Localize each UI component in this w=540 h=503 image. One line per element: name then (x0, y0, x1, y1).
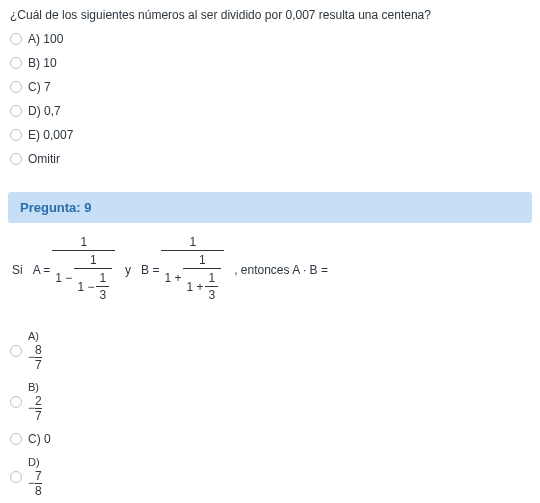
q8-option-b[interactable]: B) 10 (10, 56, 530, 70)
neg-frac: − 2 7 (28, 395, 42, 422)
frac-a-outer: 1 1 − 1 1 − 1 3 (52, 235, 115, 304)
minus-sign: − (28, 351, 35, 364)
numerator: 2 (35, 395, 42, 408)
radio-icon[interactable] (10, 81, 22, 93)
radio-icon[interactable] (10, 33, 22, 45)
radio-icon[interactable] (10, 433, 22, 445)
fraction: 7 8 (35, 470, 42, 497)
option-label: Omitir (28, 152, 60, 166)
option-label: E) 0,007 (28, 128, 73, 142)
num: 1 (77, 235, 90, 250)
question-8-text: ¿Cuál de los siguientes números al ser d… (10, 8, 530, 22)
den: 1 − 1 1 − 1 3 (52, 251, 115, 304)
q8-option-d[interactable]: D) 0,7 (10, 104, 530, 118)
denominator: 7 (35, 409, 42, 422)
one-plus: 1 + (186, 281, 203, 293)
fraction: 8 7 (35, 344, 42, 371)
q9-option-b[interactable]: B) − 2 7 (10, 381, 530, 422)
option-content: D) − 7 8 (28, 456, 42, 497)
q9-option-d[interactable]: D) − 7 8 (10, 456, 530, 497)
radio-icon[interactable] (10, 57, 22, 69)
question-9-stem: Si A = 1 1 − 1 1 − 1 3 (0, 229, 540, 312)
question-9-options: A) − 8 7 B) − 2 7 (0, 312, 540, 503)
q8-option-c[interactable]: C) 7 (10, 80, 530, 94)
frac-b-outer: 1 1 + 1 1 + 1 3 (161, 235, 224, 304)
fraction: 2 7 (35, 395, 42, 422)
num: 1 (96, 271, 109, 286)
radio-icon[interactable] (10, 396, 22, 408)
stem-entonces: , entonces A · B = (234, 263, 328, 277)
den: 3 (96, 287, 109, 302)
option-letter: D) (28, 456, 40, 468)
neg-frac: − 7 8 (28, 470, 42, 497)
den: 1 + 1 3 (183, 269, 221, 303)
option-label: C) 0 (28, 432, 51, 446)
minus-sign: − (28, 402, 35, 415)
frac-a-mid: 1 1 − 1 3 (74, 253, 112, 303)
num: 1 (205, 271, 218, 286)
num: 1 (196, 253, 209, 268)
frac-a-inner: 1 3 (96, 271, 109, 302)
den: 3 (205, 287, 218, 302)
frac-b-mid: 1 1 + 1 3 (183, 253, 221, 303)
expr-b: B = 1 1 + 1 1 + 1 3 (141, 235, 224, 304)
radio-icon[interactable] (10, 153, 22, 165)
radio-icon[interactable] (10, 105, 22, 117)
radio-icon[interactable] (10, 471, 22, 483)
minus-sign: − (28, 477, 35, 490)
den: 1 + 1 1 + 1 3 (161, 251, 224, 304)
radio-icon[interactable] (10, 129, 22, 141)
a-eq: A = (33, 263, 51, 277)
frac-b-inner: 1 3 (205, 271, 218, 302)
q8-option-a[interactable]: A) 100 (10, 32, 530, 46)
denominator: 8 (35, 484, 42, 497)
option-letter: A) (28, 330, 39, 342)
option-label: C) 7 (28, 80, 51, 94)
radio-icon[interactable] (10, 345, 22, 357)
q8-option-skip[interactable]: Omitir (10, 152, 530, 166)
option-label: B) 10 (28, 56, 57, 70)
option-label: D) 0,7 (28, 104, 61, 118)
one-minus: 1 − (55, 272, 72, 284)
stem-si: Si (12, 263, 23, 277)
expr-a: A = 1 1 − 1 1 − 1 3 (33, 235, 115, 304)
option-content: B) − 2 7 (28, 381, 42, 422)
option-content: A) − 8 7 (28, 330, 42, 371)
q9-option-c[interactable]: C) 0 (10, 432, 530, 446)
numerator: 8 (35, 344, 42, 357)
neg-frac: − 8 7 (28, 344, 42, 371)
q9-option-a[interactable]: A) − 8 7 (10, 330, 530, 371)
num: 1 (87, 253, 100, 268)
question-9-header: Pregunta: 9 (8, 192, 532, 223)
one-minus: 1 − (77, 281, 94, 293)
numerator: 7 (35, 470, 42, 483)
num: 1 (186, 235, 199, 250)
denominator: 7 (35, 358, 42, 371)
one-plus: 1 + (164, 272, 181, 284)
option-label: A) 100 (28, 32, 63, 46)
option-letter: B) (28, 381, 39, 393)
den: 1 − 1 3 (74, 269, 112, 303)
stem-y: y (125, 263, 131, 277)
b-eq: B = (141, 263, 159, 277)
q8-option-e[interactable]: E) 0,007 (10, 128, 530, 142)
question-8: ¿Cuál de los siguientes números al ser d… (0, 0, 540, 186)
